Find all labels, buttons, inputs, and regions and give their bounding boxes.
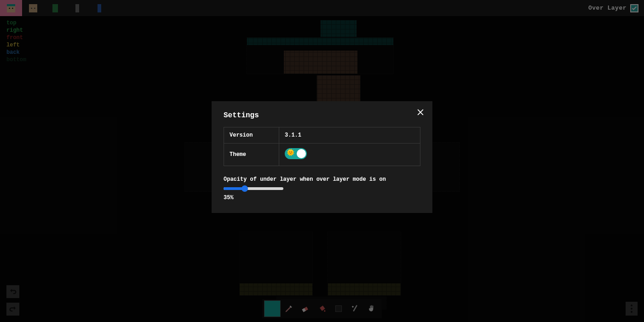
- row-version: Version 3.1.1: [224, 127, 420, 144]
- theme-label: Theme: [224, 144, 279, 166]
- version-label: Version: [224, 127, 279, 144]
- settings-table: Version 3.1.1 Theme 🌞: [224, 127, 420, 166]
- sun-icon: 🌞: [287, 150, 294, 156]
- close-button[interactable]: [415, 107, 426, 118]
- toggle-knob: [297, 149, 306, 158]
- close-icon: [416, 108, 425, 117]
- settings-modal: Settings Version 3.1.1 Theme 🌞 Opacity o…: [212, 101, 432, 213]
- modal-title: Settings: [224, 111, 420, 120]
- opacity-slider[interactable]: [224, 187, 420, 190]
- theme-toggle[interactable]: 🌞: [285, 148, 307, 159]
- row-theme: Theme 🌞: [224, 144, 420, 166]
- opacity-label: Opacity of under layer when over layer m…: [224, 176, 420, 183]
- opacity-value: 35%: [224, 195, 420, 201]
- version-value: 3.1.1: [279, 127, 420, 144]
